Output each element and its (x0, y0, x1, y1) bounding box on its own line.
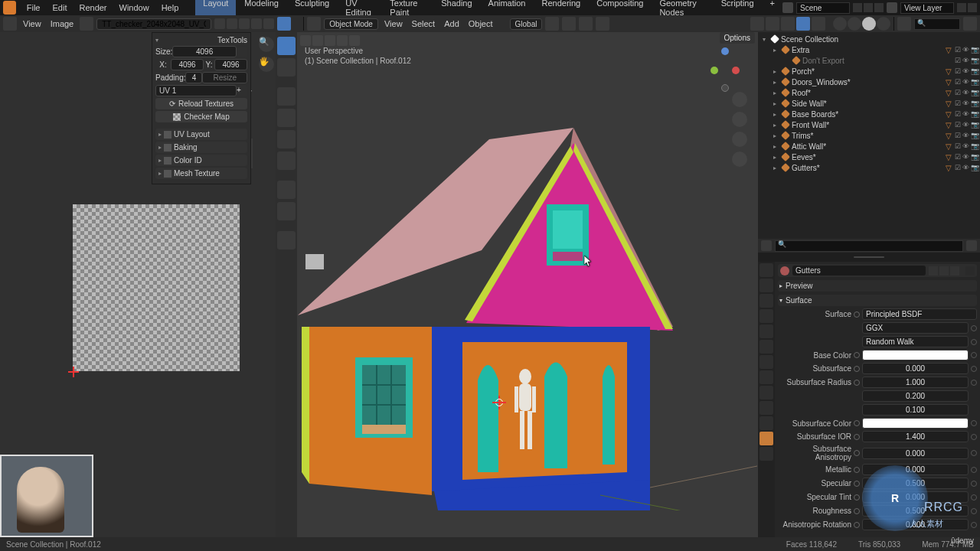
zoom-icon[interactable] (732, 92, 747, 107)
tab-output[interactable] (760, 279, 773, 292)
link-dot-icon[interactable] (854, 467, 860, 473)
section-meshtex[interactable]: ▸Mesh Texture (155, 168, 247, 179)
tab-physics[interactable] (760, 386, 773, 399)
uv-image-name[interactable] (96, 18, 211, 30)
dist-dropdown[interactable]: GGX (862, 322, 969, 334)
scene-buttons[interactable] (853, 3, 884, 12)
tree-row[interactable]: ▸Side Wall*▽☑👁📷 (758, 98, 980, 109)
menu-edit[interactable]: Edit (46, 3, 73, 12)
base-color-swatch[interactable] (862, 350, 969, 360)
tree-row[interactable]: Don't Export☑👁📷 (758, 55, 980, 66)
link-dot-icon[interactable] (854, 522, 860, 528)
proportional-icon[interactable] (596, 17, 609, 31)
camera-icon[interactable] (732, 132, 747, 147)
menu-help[interactable]: Help (155, 3, 185, 12)
outliner-search[interactable]: 🔍 (914, 18, 960, 30)
split-handle[interactable] (758, 253, 980, 262)
viewlayer-buttons[interactable] (957, 3, 977, 12)
perspective-toggle-icon[interactable] (732, 152, 747, 167)
pivot-icon[interactable] (545, 17, 559, 31)
link-dot-icon[interactable] (854, 508, 860, 514)
tree-row[interactable]: ▸Doors_Windows*▽☑👁📷 (758, 77, 980, 87)
outliner[interactable]: ▾ Scene Collection ▸Extra▽☑👁📷 Don't Expo… (758, 32, 980, 239)
uv-editor-type-icon[interactable] (3, 17, 17, 31)
tab-viewlayer[interactable] (760, 294, 773, 308)
link-dot-icon[interactable] (854, 494, 860, 500)
tab-constraints[interactable] (760, 401, 773, 415)
menu-render[interactable]: Render (73, 3, 113, 12)
snap-icon[interactable] (562, 17, 576, 31)
tree-row[interactable]: ▸Eeves*▽☑👁📷 (758, 152, 980, 162)
outliner-filter-icon[interactable] (963, 17, 977, 31)
ss-color-swatch[interactable] (862, 418, 969, 429)
viewport-header-pills[interactable] (300, 35, 360, 46)
tool-select-box[interactable] (277, 37, 296, 55)
viewlayer-name-input[interactable] (900, 2, 954, 14)
tab-render[interactable] (760, 263, 773, 277)
view3d-menu-add[interactable]: Add (441, 19, 462, 28)
tree-row[interactable]: ▸Extra▽☑👁📷 (758, 44, 980, 55)
uv-unknown-icon[interactable] (277, 17, 291, 31)
tab-texture[interactable] (760, 447, 773, 461)
material-name[interactable]: Gutters (792, 266, 926, 276)
tab-world[interactable] (760, 324, 773, 338)
tool-measure[interactable] (277, 202, 296, 220)
ss-aniso[interactable]: 0.000 (862, 448, 969, 459)
ss-ior[interactable]: 1.400 (862, 431, 969, 442)
tree-row[interactable]: ▸Roof*▽☑👁📷 (758, 87, 980, 98)
section-colorid[interactable]: ▸Color ID (155, 155, 247, 166)
tool-cursor[interactable] (277, 58, 296, 77)
size-y[interactable]: 4096 (214, 59, 247, 70)
link-dot-icon[interactable] (854, 450, 860, 456)
link-dot-icon[interactable] (854, 481, 860, 487)
section-baking[interactable]: ▸Baking (155, 142, 247, 153)
uv-channel[interactable]: UV 1 (155, 85, 237, 96)
props-search[interactable] (775, 240, 963, 252)
viewport-editor-type-icon[interactable] (307, 17, 321, 31)
scene-name-input[interactable] (796, 2, 850, 14)
snap-dropdown[interactable] (579, 17, 593, 31)
tree-row[interactable]: ▸Attic Wall*▽☑👁📷 (758, 141, 980, 152)
menu-file[interactable]: File (21, 3, 47, 12)
hand-icon[interactable]: 🖐 (259, 57, 274, 72)
subsurface-value[interactable]: 0.000 (862, 363, 969, 374)
tool-move[interactable] (277, 87, 296, 106)
3d-viewport[interactable]: User Perspective (1) Scene Collection | … (297, 32, 758, 537)
nav-gizmo[interactable] (707, 47, 744, 96)
tree-row[interactable]: ▸Porch*▽☑👁📷 (758, 66, 980, 77)
tool-scale[interactable] (277, 130, 296, 148)
tool-annotate[interactable] (277, 181, 296, 199)
tree-row[interactable]: ▸Front Wall*▽☑👁📷 (758, 119, 980, 130)
ssr-1[interactable]: 1.000 (862, 377, 969, 388)
link-dot-icon[interactable] (854, 380, 860, 386)
zoom-icon[interactable]: 🔍 (259, 37, 274, 52)
view3d-menu-select[interactable]: Select (409, 19, 439, 28)
section-uvlayout[interactable]: ▸UV Layout (155, 129, 247, 140)
uv-menu-view[interactable]: View (20, 19, 44, 28)
tab-object[interactable] (760, 340, 773, 354)
size-x[interactable]: 4096 (172, 46, 237, 57)
link-dot-icon[interactable] (854, 420, 860, 426)
tab-scene[interactable] (760, 309, 773, 323)
tool-transform[interactable] (277, 152, 296, 170)
reload-textures[interactable]: ⟳Reload Textures (155, 98, 247, 109)
link-dot-icon[interactable] (854, 434, 860, 440)
mode-dropdown[interactable]: Object Mode (324, 18, 378, 30)
surface-header[interactable]: ▾Surface (778, 295, 977, 306)
surface-dropdown[interactable]: Principled BSDF (862, 308, 977, 320)
view3d-menu-view[interactable]: View (381, 19, 406, 28)
overlay-icons[interactable] (750, 17, 825, 31)
link-dot-icon[interactable] (854, 366, 860, 372)
node-toggle-icon[interactable] (965, 266, 975, 276)
tree-row-root[interactable]: ▾ Scene Collection (758, 34, 980, 44)
tab-particles[interactable] (760, 370, 773, 384)
tab-data[interactable] (760, 416, 773, 430)
tree-row[interactable]: ▸Base Boards*▽☑👁📷 (758, 109, 980, 119)
material-slot[interactable]: Gutters (778, 264, 977, 277)
checker-map[interactable]: Checker Map (155, 111, 247, 122)
tree-row[interactable]: ▸Gutters*▽☑👁📷 (758, 162, 980, 173)
menu-window[interactable]: Window (113, 3, 155, 12)
props-options-icon[interactable] (966, 240, 977, 251)
eyedropper-icon[interactable] (237, 47, 247, 57)
ssr-3[interactable]: 0.100 (862, 404, 969, 416)
